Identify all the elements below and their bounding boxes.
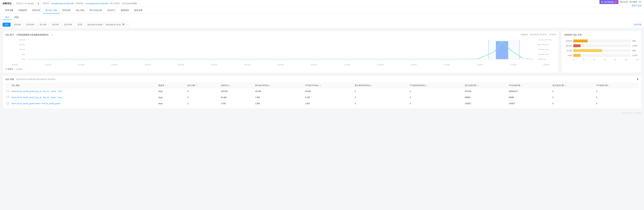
row-checkbox-0[interactable]	[6, 90, 9, 92]
tab-health-report[interactable]: 健康报告	[118, 7, 132, 14]
svg-text:0: 0	[22, 58, 25, 60]
dist-title: 分段耗时 SQL 分布	[564, 33, 639, 36]
th-avg-lock-wait: 平均锁等待时间(s) ⇅	[408, 83, 464, 88]
avg-lock-sort-icon[interactable]: ⇅	[426, 85, 428, 86]
x-label-11: 12:50:00	[377, 64, 384, 66]
x-label-7: 08:10:00	[244, 64, 250, 66]
svg-text:20: 20	[19, 39, 25, 41]
db-select-value: ▼	[37, 3, 39, 5]
database-filter-icon[interactable]: ▼	[165, 85, 166, 86]
time-range-end: 2023-08-25 18:42	[106, 24, 121, 26]
sub-tab-stats[interactable]: 统计	[2, 15, 12, 20]
max-exec-sort-icon[interactable]: ⇅	[270, 85, 271, 86]
dist-label-2: 5s-10s	[564, 50, 572, 52]
row-sql-template[interactable]: insert into tb_seckill_goods (sup_id, `s…	[10, 88, 157, 94]
row-sql-template[interactable]: insert into tb_seckill_goods (sup_id, `s…	[10, 94, 157, 101]
row-sql-template[interactable]: insert into tb_seckill_goods select * fr…	[10, 101, 157, 107]
time-filter-bar: 当天 近5分钟 近10分钟 近1小时 近3小时 近24小时 近3天 2023-0…	[0, 21, 644, 28]
time-btn-1h[interactable]: 近1小时	[38, 23, 48, 27]
time-btn-5min[interactable]: 近5分钟	[12, 23, 23, 27]
row-total-time-1: 54.384	[220, 94, 254, 101]
monitor-detail-link[interactable]: 监控详情	[634, 23, 642, 26]
x-label-2: 02:20:00	[78, 64, 84, 66]
exec-count-sort-icon[interactable]: ⇅	[196, 85, 197, 86]
tab-autonomous[interactable]: 自治中心	[105, 7, 118, 14]
th-exec-count: 执行次数 ⇅	[186, 83, 220, 88]
row-max-exec-time-2: 1.893	[254, 101, 304, 107]
sql-text-2[interactable]: insert into tb_seckill_goods select * fr…	[12, 102, 60, 105]
chart-legend: 慢查询 CPU	[5, 68, 556, 70]
th-max-exec-time: 最大执行时间(s) ⇅	[254, 83, 304, 88]
sql-list-panel: SQL 列表 2023-08-25 18:05:00-2023-08-25 18…	[2, 76, 642, 109]
time-range-picker[interactable]: 2023-08-25 00:00 ～ 2023-08-25 18:42 📅 ↻	[86, 23, 129, 27]
row-exec-count-2: 2	[186, 101, 220, 107]
sql-stats-title: SQL 统计	[5, 34, 14, 36]
tab-slow-sql[interactable]: 慢 SQL 分析	[43, 7, 60, 14]
svg-rect-16	[488, 40, 520, 59]
mail-link[interactable]: 邮件记录	[620, 1, 628, 3]
svg-text:112%: 112%	[538, 39, 552, 41]
max-lock-sort-icon[interactable]: ⇅	[372, 85, 373, 86]
user-link[interactable]: 5.0	[639, 1, 642, 3]
time-btn-3h[interactable]: 近3小时	[50, 23, 61, 27]
sql-list-time-range: 2023-08-25 18:05:00-2023-08-25 18:40:00	[16, 78, 56, 80]
download-icon[interactable]: ⬇	[636, 78, 639, 81]
x-label-8: 09:20:00	[278, 64, 284, 66]
tab-exception-diagnosis[interactable]: 异常诊断	[2, 7, 16, 14]
tab-realtime-session[interactable]: 实时会话	[30, 7, 43, 14]
row-exec-count-1: 8	[186, 94, 220, 101]
table-row: insert into tb_seckill_goods (sup_id, `s…	[5, 94, 639, 101]
time-btn-10min[interactable]: 近10分钟	[24, 23, 36, 27]
sql-stats-chart[interactable]: 20 15 10 5 0 112% 84% 56% 28% 0%	[5, 38, 556, 67]
time-range-start: 2023-08-25 00:00	[87, 24, 102, 26]
footer-watermark: CSDN 6/2351_77688322	[622, 112, 642, 114]
db-select[interactable]: ▼	[36, 2, 41, 5]
row-avg-lock-wait-0: 0	[408, 88, 464, 94]
row-total-time-2: 3.786	[220, 101, 254, 107]
sql-text-1[interactable]: insert into tb_seckill_goods (sup_id, `s…	[12, 96, 63, 99]
avg-exec-sort-icon[interactable]: ⇅	[320, 85, 321, 86]
row-checkbox-cell	[5, 94, 10, 101]
divider1: |	[14, 3, 14, 5]
tab-report-settings[interactable]: 报告设置	[132, 7, 145, 14]
new-feature-button[interactable]: 🔔 新功能速递 4	[600, 0, 618, 4]
avg-scan-sort-icon[interactable]: ⇅	[521, 85, 522, 86]
sql-list-title-text: SQL 列表	[5, 78, 14, 80]
tab-space-analysis[interactable]: 空间分析	[60, 7, 73, 14]
row-max-exec-time-1: 7.594	[254, 94, 304, 101]
avg-return-sort-icon[interactable]: ⇅	[608, 85, 610, 86]
row-max-scan-rows-0: 575708	[464, 88, 507, 94]
new-feature-icon: 🔔	[601, 1, 604, 3]
max-return-sort-icon[interactable]: ⇅	[565, 85, 566, 86]
time-btn-3d[interactable]: 近3天	[76, 23, 85, 27]
th-max-return-rows: 最大返回行数 ⇅	[551, 83, 595, 88]
row-max-return-rows-1: 0	[551, 94, 595, 101]
row-checkbox-1[interactable]	[6, 96, 9, 98]
tab-audit-log[interactable]: 审计日志分析	[87, 7, 105, 14]
sql-table-body: insert into tb_seckill_goods (sup_id, `s…	[5, 88, 639, 107]
sub-tab-detail[interactable]: 明细	[12, 15, 21, 20]
tab-sql-optimize[interactable]: SQL 优化	[73, 7, 87, 14]
dist-pct-2: 50%	[632, 50, 639, 52]
refresh-icon[interactable]: ↻	[126, 24, 128, 26]
sql-text-0[interactable]: insert into tb_seckill_goods (sup_id, `s…	[12, 90, 63, 92]
dist-bars-container: 大于15s 25% 10s-15s 12.5% 5s-10s 50%	[564, 40, 639, 57]
dist-bar-fill-2	[573, 49, 602, 52]
total-time-sort-icon[interactable]: ⇅	[230, 85, 231, 86]
more-options-icon[interactable]: ···	[139, 3, 140, 5]
time-btn-24h[interactable]: 近24小时	[62, 23, 74, 27]
help-link[interactable]: 用户指南	[630, 1, 637, 3]
instance-id-value[interactable]: cynosdbmysql-ins-bj5rodfh	[51, 3, 74, 5]
max-scan-sort-icon[interactable]: ⇅	[477, 85, 478, 86]
row-database-0: shop	[157, 88, 186, 94]
time-btn-today[interactable]: 当天	[2, 23, 10, 27]
row-checkbox-2[interactable]	[6, 102, 9, 104]
row-checkbox-cell	[5, 88, 10, 94]
row-avg-exec-time-2: 1.893	[304, 101, 354, 107]
tab-performance-trend[interactable]: 性能趋势	[16, 7, 30, 14]
sql-stats-subtitle: （可框选该图表与其他图表表格联动）	[15, 34, 50, 36]
dist-bar-row-2: 5s-10s 50%	[564, 49, 639, 52]
user-mgmt-link[interactable]: 联系人管理	[632, 4, 642, 7]
sql-distribution-panel: 分段耗时 SQL 分布 大于15s 25% 10s-15s 12.5% 5s-1…	[561, 31, 642, 73]
selected-time-value: 2023-08-25 18:05:00 ～ 18:40:00	[530, 34, 556, 36]
